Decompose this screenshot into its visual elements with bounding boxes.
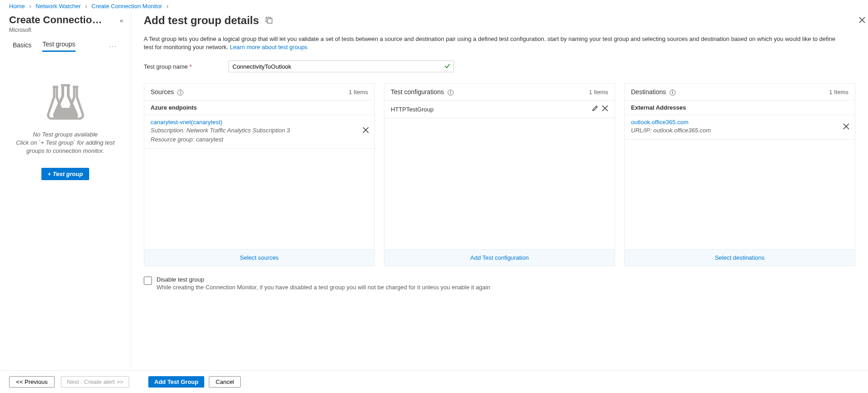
test-configs-count: 1 Items [589,89,608,96]
flask-icon [44,84,87,120]
info-icon[interactable]: i [448,90,454,96]
next-button[interactable]: Next : Create alert >> [61,376,129,388]
source-item: canarytest-vnet(canarytest) Subscription… [144,115,374,149]
detail-title: Add test group details [144,14,259,27]
sources-card: Sources i 1 Items Azure endpoints canary… [144,83,375,266]
svg-rect-1 [267,19,272,23]
source-item-subscription: Subscription: Network Traffic Analytics … [151,126,368,135]
destination-item: outlook.office365.com URL/IP: outlook.of… [625,115,855,140]
sources-section: Azure endpoints [144,101,374,115]
select-sources-link[interactable]: Select sources [240,254,278,261]
test-config-item: HTTPTestGroup [384,101,615,118]
empty-text-line1: No Test groups available [15,131,116,139]
learn-more-link[interactable]: Learn more about test groups [230,44,308,50]
disable-test-group-sub: While creating the Connection Monitor, i… [156,284,490,291]
remove-test-config-icon[interactable] [602,105,608,113]
remove-source-icon[interactable] [363,127,369,135]
add-test-group-submit-button[interactable]: Add Test Group [148,376,204,388]
chevron-right-icon: › [164,3,171,10]
test-group-name-label: Test group name * [144,63,228,70]
tab-test-groups[interactable]: Test groups [42,40,75,52]
destination-item-link[interactable]: outlook.office365.com [631,119,848,126]
pin-icon[interactable] [265,16,273,25]
add-test-config-link[interactable]: Add Test configuration [470,254,529,261]
detail-panel: Add test group details A Test group lets… [131,12,868,370]
left-panel: Create Connection… Microsoft « Basics Te… [0,12,131,370]
disable-test-group-label: Disable test group [156,276,490,283]
breadcrumb-home[interactable]: Home [9,3,25,10]
source-item-resourcegroup: Resource group: canarytest [151,136,368,144]
tab-more-icon[interactable]: ··· [109,43,117,50]
destinations-title: Destinations [631,88,666,96]
close-icon[interactable] [859,16,865,25]
chevron-right-icon: › [82,3,90,10]
page-subtitle: Microsoft [9,27,121,33]
destination-item-url: URL/IP: outlook.office365.com [631,126,848,135]
info-icon[interactable]: i [177,90,183,96]
collapse-left-icon[interactable]: « [120,17,123,24]
select-destinations-link[interactable]: Select destinations [715,254,764,261]
destinations-card: Destinations i 1 Items External Addresse… [624,83,855,266]
breadcrumb: Home › Network Watcher › Create Connecti… [0,0,868,12]
description: A Test group lets you define a logical g… [144,35,844,51]
remove-destination-icon[interactable] [843,123,849,131]
previous-button[interactable]: << Previous [9,376,55,388]
sources-title: Sources [151,88,174,96]
empty-illustration [44,84,87,120]
valid-check-icon [444,63,450,71]
page-title: Create Connection… [9,14,105,26]
info-icon[interactable]: i [670,90,676,96]
destinations-count: 1 Items [829,89,848,96]
breadcrumb-create-connection-monitor[interactable]: Create Connection Monitor [91,3,162,10]
disable-test-group-checkbox[interactable] [144,277,152,285]
test-group-name-input[interactable] [228,60,454,72]
empty-text-line2: Click on `+ Test group` for adding test … [15,139,116,155]
sources-count: 1 Items [348,89,368,96]
tab-basics[interactable]: Basics [13,41,31,51]
test-config-name: HTTPTestGroup [391,106,434,113]
breadcrumb-network-watcher[interactable]: Network Watcher [35,3,81,10]
add-test-group-button[interactable]: + Test group [41,168,90,180]
source-item-link[interactable]: canarytest-vnet(canarytest) [151,119,368,126]
edit-test-config-icon[interactable] [592,105,598,113]
cancel-button[interactable]: Cancel [209,376,241,388]
footer-bar: << Previous Next : Create alert >> Add T… [0,370,868,393]
test-configs-card: Test configurations i 1 Items HTTPTestGr… [384,83,615,266]
chevron-right-icon: › [26,3,34,10]
test-configs-title: Test configurations [391,88,444,96]
destinations-section: External Addresses [625,101,855,115]
